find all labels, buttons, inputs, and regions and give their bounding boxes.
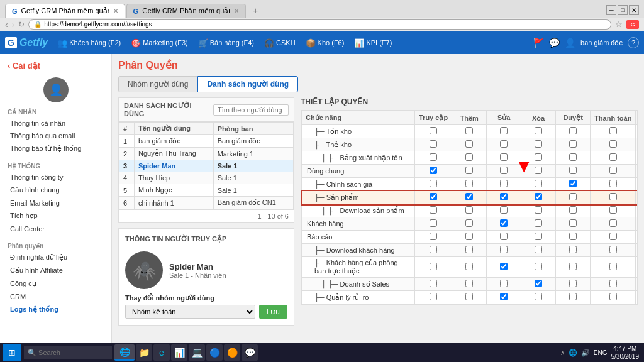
perm-checkbox[interactable] <box>465 180 473 187</box>
perm-checkbox[interactable] <box>535 206 542 214</box>
minimize-button[interactable]: ─ <box>606 5 616 15</box>
perm-checkbox[interactable] <box>465 293 473 300</box>
perm-checkbox[interactable] <box>430 233 437 240</box>
tab-inactive[interactable]: G Getfly CRM Phần mềm quản lý ... ✕ <box>126 4 247 18</box>
taskbar-item-app8[interactable]: 💬 <box>242 344 258 361</box>
perm-checkbox[interactable] <box>430 219 437 227</box>
perm-checkbox[interactable] <box>465 246 473 253</box>
sidebar-back[interactable]: ‹ Cài đặt <box>0 58 111 74</box>
save-button[interactable]: Lưu <box>259 305 287 319</box>
perm-checkbox[interactable] <box>430 167 437 174</box>
restore-button[interactable]: □ <box>618 5 628 15</box>
perm-checkbox[interactable] <box>569 263 577 270</box>
perm-checkbox[interactable] <box>535 280 542 287</box>
taskbar-item-explorer[interactable]: 📁 <box>136 344 152 361</box>
user-search-input[interactable] <box>213 104 289 116</box>
app-logo[interactable]: G Getfly <box>5 37 48 48</box>
perm-checkbox[interactable] <box>500 263 508 270</box>
sidebar-item-data-def[interactable]: Định nghĩa dữ liệu <box>0 251 111 264</box>
perm-checkbox[interactable] <box>430 280 437 287</box>
tab-close-active[interactable]: ✕ <box>113 8 118 14</box>
tab-close-inactive[interactable]: ✕ <box>234 8 239 14</box>
perm-checkbox[interactable] <box>430 180 437 187</box>
user-name-header[interactable]: ban giám đốc <box>580 39 623 47</box>
perm-checkbox[interactable] <box>569 233 577 240</box>
perm-checkbox[interactable] <box>609 280 617 287</box>
address-input[interactable]: 🔒 https://demo4.getflycrm.com/#/settings <box>28 19 611 30</box>
taskbar-item-app7[interactable]: 🟠 <box>224 344 240 361</box>
taskbar-item-app4[interactable]: 📊 <box>171 344 187 361</box>
perm-checkbox[interactable] <box>609 167 617 174</box>
perm-checkbox[interactable] <box>465 127 473 134</box>
perm-checkbox[interactable] <box>535 180 542 187</box>
perm-checkbox[interactable] <box>569 206 577 214</box>
perm-checkbox[interactable] <box>569 140 577 148</box>
table-row[interactable]: 6 chi nhánh 1 Ban giám đốc CN1 <box>119 197 294 209</box>
perm-checkbox[interactable] <box>609 193 617 200</box>
nav-sales[interactable]: 🛒 Bán hàng (F4) <box>194 36 258 50</box>
sys-expand-icon[interactable]: ∧ <box>560 349 565 356</box>
perm-checkbox[interactable] <box>609 219 617 227</box>
perm-checkbox[interactable] <box>500 193 508 200</box>
perm-checkbox[interactable] <box>609 293 617 300</box>
sidebar-item-crm[interactable]: CRM <box>0 290 111 303</box>
perm-checkbox[interactable] <box>569 193 577 200</box>
perm-checkbox[interactable] <box>535 219 542 227</box>
perm-checkbox[interactable] <box>609 140 617 148</box>
perm-checkbox[interactable] <box>430 193 437 200</box>
taskbar-search[interactable] <box>24 346 112 359</box>
taskbar-item-chrome[interactable]: 🌐 <box>114 344 135 361</box>
perm-checkbox[interactable] <box>535 246 542 253</box>
perm-checkbox[interactable] <box>569 127 577 134</box>
perm-checkbox[interactable] <box>609 246 617 253</box>
perm-checkbox[interactable] <box>535 233 542 240</box>
sidebar-item-email-mkt[interactable]: Email Marketing <box>0 197 111 209</box>
bookmark-icon[interactable]: ☆ <box>615 19 623 29</box>
perm-checkbox[interactable] <box>535 127 542 134</box>
perm-checkbox[interactable] <box>500 153 508 161</box>
new-tab-button[interactable]: + <box>248 4 262 18</box>
perm-checkbox[interactable] <box>500 127 508 134</box>
perm-checkbox[interactable] <box>465 206 473 214</box>
taskbar-item-app5[interactable]: 💻 <box>189 344 205 361</box>
nav-support[interactable]: 🎧 CSKH <box>260 36 300 50</box>
sidebar-item-company[interactable]: Thông tin công ty <box>0 171 111 184</box>
perm-checkbox[interactable] <box>430 206 437 214</box>
perm-checkbox[interactable] <box>500 167 508 174</box>
perm-checkbox[interactable] <box>500 206 508 214</box>
perm-checkbox[interactable] <box>500 280 508 287</box>
tab-group[interactable]: Nhóm người dùng <box>118 76 197 92</box>
perm-checkbox[interactable] <box>535 167 542 174</box>
perm-checkbox[interactable] <box>500 293 508 300</box>
tab-user-list[interactable]: Danh sách người dùng <box>197 76 298 92</box>
tab-active[interactable]: G Getfly CRM Phần mềm quản ly ... ✕ <box>5 4 125 18</box>
nav-forward[interactable]: › <box>12 19 15 30</box>
perm-checkbox[interactable] <box>465 219 473 227</box>
perm-checkbox[interactable] <box>465 280 473 287</box>
start-button[interactable]: ⊞ <box>3 344 21 361</box>
perm-checkbox[interactable] <box>569 167 577 174</box>
nav-back[interactable]: ‹ <box>5 19 8 30</box>
perm-checkbox[interactable] <box>569 219 577 227</box>
nav-kpi[interactable]: 📊 KPI (F7) <box>350 36 396 50</box>
perm-checkbox[interactable] <box>535 153 542 161</box>
notification-icon[interactable]: 💬 <box>549 38 560 48</box>
extensions-icon[interactable]: G <box>626 20 639 29</box>
perm-checkbox[interactable] <box>430 263 437 270</box>
perm-checkbox[interactable] <box>465 263 473 270</box>
sidebar-item-integration[interactable]: Tích hợp <box>0 209 111 222</box>
perm-checkbox[interactable] <box>500 140 508 148</box>
perm-checkbox[interactable] <box>465 167 473 174</box>
nav-customers[interactable]: 👥 Khách hàng (F2) <box>53 36 125 50</box>
nav-warehouse[interactable]: 📦 Kho (F6) <box>301 36 349 50</box>
perm-checkbox[interactable] <box>430 246 437 253</box>
nav-marketing[interactable]: 🎯 Marketing (F3) <box>126 36 192 50</box>
sidebar-item-callcenter[interactable]: Call Center <box>0 222 111 235</box>
perm-checkbox[interactable] <box>609 127 617 134</box>
group-select[interactable]: Nhóm kế toán <box>125 305 255 319</box>
perm-checkbox[interactable] <box>609 233 617 240</box>
perm-checkbox[interactable] <box>569 246 577 253</box>
sidebar-item-system-notif[interactable]: Thông báo từ hệ thống <box>0 142 111 155</box>
perm-checkbox[interactable] <box>535 263 542 270</box>
perm-checkbox[interactable] <box>430 293 437 300</box>
